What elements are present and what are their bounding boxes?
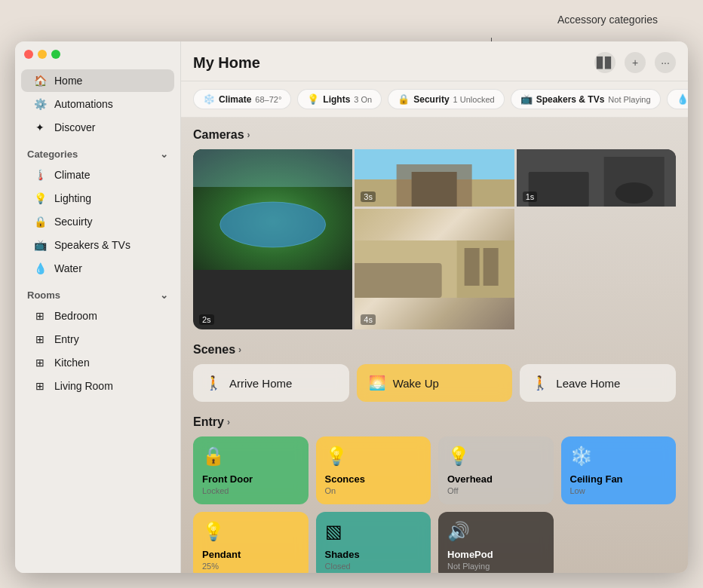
chevron-down-icon-rooms: ⌄ bbox=[160, 289, 168, 301]
shades-icon: ▧ bbox=[325, 521, 422, 542]
sconces-name: Sconces bbox=[325, 473, 422, 485]
sidebar-label-speakers: Speakers & TVs bbox=[54, 239, 130, 251]
sidebar-item-lighting[interactable]: 💡 Lighting bbox=[21, 187, 174, 210]
scenes-grid: 🚶 Arrive Home 🌅 Wake Up 🚶 Leave Home bbox=[193, 364, 676, 402]
cameras-label: Cameras bbox=[193, 128, 244, 142]
entry-chevron: › bbox=[227, 417, 230, 427]
categories-section-header[interactable]: Categories ⌄ bbox=[15, 139, 180, 163]
camera-pool[interactable]: 2s bbox=[193, 149, 352, 329]
pill-climate[interactable]: ❄️ Climate 68–72° bbox=[193, 89, 291, 109]
security-pill-status: 1 Unlocked bbox=[453, 95, 495, 104]
sidebar-label-discover: Discover bbox=[54, 121, 95, 133]
sidebar-item-discover[interactable]: ✦ Discover bbox=[21, 116, 174, 139]
tile-sconces[interactable]: 💡 Sconces On bbox=[316, 436, 431, 504]
svg-rect-9 bbox=[528, 172, 588, 207]
wake-up-button[interactable]: 🌅 Wake Up bbox=[357, 364, 513, 402]
home-icon: 🏠 bbox=[33, 74, 47, 87]
pill-water[interactable]: 💧 Water Off bbox=[667, 89, 688, 109]
sidebar-item-living-room[interactable]: ⊞ Living Room bbox=[21, 375, 174, 397]
security-icon: 🔒 bbox=[33, 215, 47, 228]
rooms-label: Rooms bbox=[27, 289, 60, 301]
arrive-home-button[interactable]: 🚶 Arrive Home bbox=[193, 364, 349, 402]
sidebar-item-security[interactable]: 🔒 Secuirty bbox=[21, 210, 174, 233]
sidebar-label-bedroom: Bedroom bbox=[54, 310, 97, 322]
wake-up-icon: 🌅 bbox=[369, 375, 385, 391]
svg-rect-7 bbox=[412, 172, 457, 207]
lights-pill-status: 3 On bbox=[354, 95, 372, 104]
climate-icon: 🌡️ bbox=[33, 168, 47, 182]
cameras-section-header[interactable]: Cameras › bbox=[193, 128, 676, 142]
svg-point-11 bbox=[615, 182, 652, 204]
page-title: My Home bbox=[193, 54, 260, 72]
pill-speakers[interactable]: 📺 Speakers & TVs Not Playing bbox=[511, 89, 661, 109]
scenes-chevron: › bbox=[238, 345, 241, 355]
leave-home-label: Leave Home bbox=[556, 377, 620, 390]
levels-button[interactable]: ▊▊ bbox=[594, 52, 616, 73]
bedroom-icon: ⊞ bbox=[33, 309, 47, 323]
minimize-button[interactable] bbox=[38, 50, 47, 59]
sidebar-item-speakers[interactable]: 📺 Speakers & TVs bbox=[21, 234, 174, 256]
pendant-icon: 💡 bbox=[202, 521, 299, 542]
entry-section-header[interactable]: Entry › bbox=[193, 415, 676, 429]
camera-living[interactable]: 4s bbox=[355, 209, 514, 329]
tile-shades[interactable]: ▧ Shades Closed bbox=[316, 512, 431, 573]
sidebar-item-home[interactable]: 🏠 Home bbox=[21, 69, 174, 92]
svg-rect-3 bbox=[193, 149, 352, 187]
maximize-button[interactable] bbox=[51, 50, 60, 59]
speakers-pill-name: Speakers & TVs bbox=[536, 94, 605, 105]
sidebar-item-entry[interactable]: ⊞ Entry bbox=[21, 328, 174, 351]
more-button[interactable]: ··· bbox=[655, 52, 676, 73]
overhead-status: Off bbox=[447, 486, 545, 495]
ceiling-fan-status: Low bbox=[570, 486, 668, 495]
pendant-name: Pendant bbox=[202, 549, 299, 560]
sidebar-item-automations[interactable]: ⚙️ Automations bbox=[21, 93, 174, 115]
pill-security[interactable]: 🔒 Security 1 Unlocked bbox=[388, 89, 504, 109]
tile-ceiling-fan[interactable]: ❄️ Ceiling Fan Low bbox=[561, 436, 677, 504]
cam1-timestamp: 2s bbox=[199, 314, 214, 325]
overhead-name: Overhead bbox=[447, 473, 545, 485]
sidebar-item-climate[interactable]: 🌡️ Climate bbox=[21, 164, 174, 186]
tile-homepod[interactable]: 🔊 HomePod Not Playing bbox=[438, 512, 554, 573]
add-button[interactable]: + bbox=[625, 52, 646, 73]
speakers-pill-status: Not Playing bbox=[608, 95, 650, 104]
water-pill-icon: 💧 bbox=[677, 93, 688, 105]
tile-pendant[interactable]: 💡 Pendant 25% bbox=[193, 512, 309, 573]
tile-overhead[interactable]: 💡 Overhead Off bbox=[438, 436, 554, 504]
overhead-icon: 💡 bbox=[447, 446, 545, 467]
ceiling-fan-name: Ceiling Fan bbox=[570, 473, 668, 485]
camera-driveway[interactable]: 3s bbox=[355, 149, 514, 207]
homepod-icon: 🔊 bbox=[447, 521, 545, 542]
security-pill-name: Security bbox=[413, 94, 449, 105]
leave-home-button[interactable]: 🚶 Leave Home bbox=[520, 364, 676, 402]
cam4-timestamp: 4s bbox=[361, 314, 376, 325]
sidebar-label-automations: Automations bbox=[54, 98, 113, 110]
pill-lights[interactable]: 💡 Lights 3 On bbox=[297, 89, 382, 109]
entry-icon: ⊞ bbox=[33, 332, 47, 346]
sidebar-item-kitchen[interactable]: ⊞ Kitchen bbox=[21, 351, 174, 374]
lights-pill-name: Lights bbox=[323, 94, 350, 105]
leave-home-icon: 🚶 bbox=[532, 375, 548, 391]
scenes-label: Scenes bbox=[193, 343, 235, 357]
security-pill-icon: 🔒 bbox=[398, 93, 410, 105]
traffic-lights bbox=[24, 50, 60, 59]
sidebar-item-bedroom[interactable]: ⊞ Bedroom bbox=[21, 305, 174, 327]
scenes-section-header[interactable]: Scenes › bbox=[193, 343, 676, 357]
sidebar-item-water[interactable]: 💧 Water bbox=[21, 257, 174, 280]
climate-pill-status: 68–72° bbox=[255, 95, 281, 104]
front-door-name: Front Door bbox=[202, 473, 299, 485]
camera-garage[interactable]: 1s bbox=[517, 149, 676, 207]
rooms-section-header[interactable]: Rooms ⌄ bbox=[15, 280, 180, 304]
lighting-icon: 💡 bbox=[33, 191, 47, 205]
living-room-icon: ⊞ bbox=[33, 379, 47, 393]
svg-rect-15 bbox=[465, 248, 480, 286]
tile-front-door[interactable]: 🔒 Front Door Locked bbox=[193, 436, 309, 504]
shades-name: Shades bbox=[325, 549, 422, 560]
speakers-pill-icon: 📺 bbox=[520, 93, 533, 105]
speakers-icon: 📺 bbox=[33, 238, 47, 252]
climate-pill-name: Climate bbox=[219, 94, 251, 105]
close-button[interactable] bbox=[24, 50, 33, 59]
app-window: 🏠 Home ⚙️ Automations ✦ Discover Categor… bbox=[15, 41, 688, 573]
kitchen-icon: ⊞ bbox=[33, 356, 47, 369]
annotation-top: Accessory categories bbox=[557, 14, 658, 26]
sidebar-label-climate: Climate bbox=[54, 169, 90, 181]
